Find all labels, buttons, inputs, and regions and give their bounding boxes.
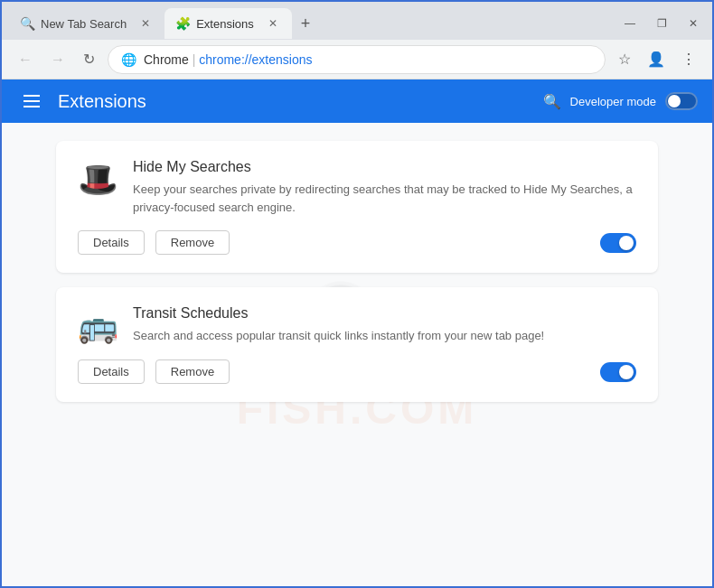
extensions-header: Extensions 🔍 Developer mode [2, 79, 712, 123]
tab-extensions[interactable]: 🧩 Extensions ✕ [164, 8, 292, 39]
ext-card-header-2: 🚌 Transit Schedules Search and access po… [78, 305, 636, 345]
hide-my-searches-actions: Details Remove [78, 230, 636, 255]
toolbar-icons: ☆ 👤 ⋮ [613, 47, 701, 71]
transit-schedules-remove-button[interactable]: Remove [155, 359, 230, 384]
hide-my-searches-name: Hide My Searches [133, 159, 636, 175]
browser-window: 🔍 New Tab Search ✕ 🧩 Extensions ✕ + — ❐ … [0, 0, 714, 588]
maximize-button[interactable]: ❐ [650, 15, 674, 32]
transit-schedules-actions: Details Remove [78, 359, 636, 384]
developer-mode-label: Developer mode [570, 95, 656, 108]
tab-search-icon: 🔍 [20, 16, 35, 31]
hide-my-searches-desc: Keep your searches private by redirectin… [133, 181, 636, 216]
hide-my-searches-info: Hide My Searches Keep your searches priv… [133, 159, 636, 216]
extension-card-hide-my-searches: 🎩 Hide My Searches Keep your searches pr… [56, 141, 658, 273]
transit-schedules-toggle[interactable] [600, 362, 636, 382]
tab-new-tab-search[interactable]: 🔍 New Tab Search ✕ [9, 8, 164, 39]
tab-search-close[interactable]: ✕ [137, 15, 154, 32]
window-controls: — ❐ ✕ [617, 15, 705, 32]
hide-my-searches-details-button[interactable]: Details [78, 230, 145, 255]
address-url: chrome://extensions [199, 52, 312, 67]
developer-mode-section: 🔍 Developer mode [543, 92, 698, 110]
tab-bar: 🔍 New Tab Search ✕ 🧩 Extensions ✕ + [9, 8, 610, 39]
forward-button[interactable]: → [45, 48, 70, 71]
hide-my-searches-remove-button[interactable]: Remove [155, 230, 230, 255]
transit-schedules-icon: 🚌 [78, 307, 118, 345]
profile-icon[interactable]: 👤 [642, 47, 671, 71]
transit-schedules-name: Transit Schedules [133, 305, 636, 322]
site-icon: 🌐 [121, 52, 136, 67]
address-text: Chrome | chrome://extensions [144, 52, 592, 67]
menu-icon[interactable]: ⋮ [676, 47, 701, 71]
header-search-icon[interactable]: 🔍 [543, 93, 561, 110]
transit-schedules-details-button[interactable]: Details [78, 359, 145, 384]
transit-schedules-info: Transit Schedules Search and access popu… [133, 305, 636, 345]
extension-card-transit-schedules: 🚌 Transit Schedules Search and access po… [56, 287, 658, 402]
transit-schedules-desc: Search and access popular transit quick … [133, 327, 636, 345]
title-bar: 🔍 New Tab Search ✕ 🧩 Extensions ✕ + — ❐ … [2, 2, 712, 40]
extensions-content: 🔍 FISH.COM 🎩 Hide My Searches Keep your … [2, 123, 712, 586]
bookmark-icon[interactable]: ☆ [613, 47, 636, 71]
minimize-button[interactable]: — [617, 15, 643, 32]
tab-extensions-label: Extensions [196, 17, 254, 31]
hide-my-searches-toggle[interactable] [600, 233, 636, 253]
address-brand: Chrome [144, 52, 189, 67]
hamburger-menu[interactable] [16, 88, 47, 115]
ext-card-header-1: 🎩 Hide My Searches Keep your searches pr… [78, 159, 636, 216]
extensions-title: Extensions [58, 91, 146, 112]
toolbar: ← → ↻ 🌐 Chrome | chrome://extensions ☆ 👤… [2, 40, 712, 79]
tab-search-label: New Tab Search [41, 17, 127, 31]
tab-extensions-close[interactable]: ✕ [265, 15, 281, 32]
tab-extensions-icon: 🧩 [175, 16, 191, 31]
close-button[interactable]: ✕ [681, 15, 705, 32]
hide-my-searches-icon: 🎩 [78, 161, 118, 199]
back-button[interactable]: ← [13, 48, 38, 71]
reload-button[interactable]: ↻ [78, 47, 100, 71]
developer-mode-toggle[interactable] [665, 92, 698, 110]
address-bar[interactable]: 🌐 Chrome | chrome://extensions [108, 45, 606, 74]
new-tab-button[interactable]: + [292, 9, 320, 39]
